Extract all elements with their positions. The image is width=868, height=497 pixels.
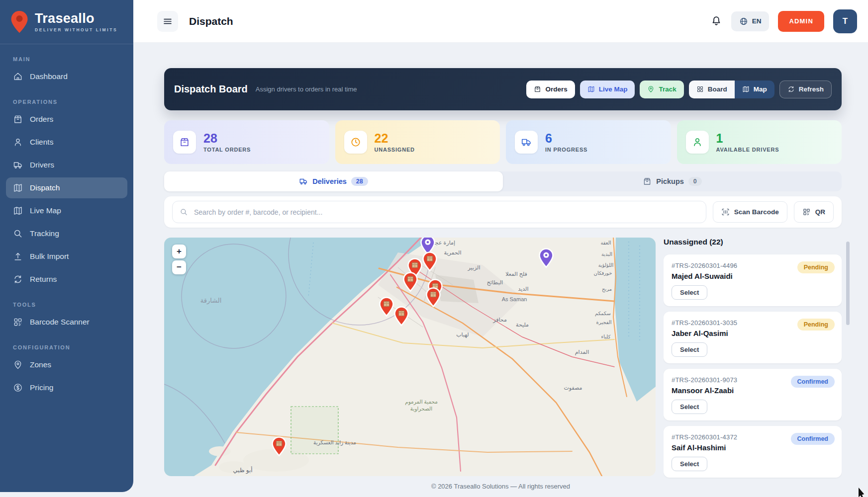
select-button[interactable]: Select [672,342,707,357]
live-map-button[interactable]: Live Map [580,81,635,98]
panel-scrollbar[interactable] [846,242,850,325]
pickups-count-badge: 0 [688,177,702,186]
sidebar-item-zones[interactable]: Zones [6,354,127,375]
map-icon [13,206,23,216]
search-input[interactable] [193,208,699,217]
stat-total-orders: 28 TOTAL ORDERS [164,120,329,164]
order-card[interactable]: #TRS-20260301-4496 Majed Al-Suwaidi Sele… [664,254,842,306]
sidebar-item-bulk-import[interactable]: Bulk Import [6,246,127,267]
sidebar-item-label: Orders [30,115,53,124]
sidebar-item-live-map[interactable]: Live Map [6,200,127,221]
order-card[interactable]: #TRS-20260301-3035 Jaber Al-Qasimi Selec… [664,312,842,363]
dollar-icon [13,383,23,393]
refresh-button-label: Refresh [799,85,824,93]
live-map-button-label: Live Map [599,85,628,93]
map-icon [742,85,750,93]
orders-button-label: Orders [545,85,567,93]
search-icon [180,208,188,216]
map-label: فلح المعلا [505,271,527,277]
unassigned-title: Unassigned (22) [664,238,842,247]
map-label: الحمرية [444,249,462,256]
map-icon [13,183,23,193]
package-icon [534,85,541,93]
menu-toggle-button[interactable] [157,11,178,32]
clock-icon [350,137,361,148]
stat-label: UNASSIGNED [375,147,415,153]
sidebar-item-barcode-scanner[interactable]: Barcode Scanner [6,312,127,332]
view-switcher: Board Map [689,81,774,98]
stat-label: AVAILABLE DRIVERS [716,147,779,153]
stat-available-drivers: 1 AVAILABLE DRIVERS [677,120,842,164]
admin-button[interactable]: ADMIN [778,11,824,32]
order-card[interactable]: #TRS-20260301-9073 Mansoor Al-Zaabi Sele… [664,369,842,420]
grid-icon [696,85,704,93]
map-label: كلباء [601,334,611,339]
map-label: محمية المرموم [405,399,438,405]
section-main: MAIN [13,56,120,62]
scan-barcode-label: Scan Barcode [734,208,779,216]
sidebar-item-pricing[interactable]: Pricing [6,377,127,398]
sidebar-item-dashboard[interactable]: Dashboard [6,66,127,87]
sidebar: Traseallo DELIVER WITHOUT LIMITS MAIN Da… [0,0,133,492]
notifications-bell-icon[interactable] [710,15,722,27]
board-view-button[interactable]: Board [689,81,735,98]
sidebar-item-clients[interactable]: Clients [6,132,127,153]
select-button[interactable]: Select [672,400,707,414]
top-header: Dispatch EN ADMIN T [133,0,868,43]
package-icon [179,137,190,148]
orders-button[interactable]: Orders [526,81,575,98]
hamburger-icon [162,16,173,27]
upload-icon [13,251,23,261]
map-label: البطائح [487,279,503,286]
track-button[interactable]: Track [640,81,683,98]
stat-value: 6 [545,132,587,145]
map-icon [587,85,595,93]
language-selector[interactable]: EN [731,11,770,31]
status-badge: Confirmed [791,433,835,445]
user-avatar[interactable]: T [833,9,857,33]
map-label: الفجيرة [596,320,611,325]
globe-icon [739,17,748,26]
board-title: Dispatch Board [174,83,248,95]
map-label: مدينة زايد العسكرية [313,439,356,446]
sidebar-item-label: Tracking [30,229,59,238]
select-button[interactable]: Select [672,285,707,300]
dispatch-map[interactable]: إمارة عجمان الحمرية الزبير فلح المعلا ال… [164,238,656,476]
board-view-label: Board [708,85,727,93]
sidebar-item-label: Returns [30,275,57,284]
map-label: المدام [575,349,589,355]
map-label: الشارقة [200,297,222,305]
user-icon [13,137,23,147]
location-pin-icon [13,360,23,370]
tab-deliveries[interactable]: Deliveries 28 [164,171,503,191]
map-label: الديد [518,286,528,292]
map-label: سكمكم [595,311,611,317]
search-field[interactable] [172,201,706,223]
qr-button[interactable]: QR [794,201,834,223]
scan-barcode-button[interactable]: Scan Barcode [713,201,787,223]
package-icon [643,177,652,186]
dispatch-page: { "app": { "name": "Traseallo", "tagline… [0,0,868,497]
map-label: الزبير [468,264,481,271]
sidebar-divider [0,44,133,44]
refresh-button[interactable]: Refresh [779,81,832,98]
section-tools: TOOLS [13,302,120,308]
map-label: لهباب [456,331,469,338]
sidebar-item-orders[interactable]: Orders [6,109,127,130]
truck-icon [521,137,532,148]
sidebar-item-dispatch[interactable]: Dispatch [6,177,127,198]
select-button[interactable]: Select [672,457,707,471]
tab-pickups[interactable]: Pickups 0 [503,171,842,191]
brand-tagline: DELIVER WITHOUT LIMITS [35,27,117,32]
sidebar-item-drivers[interactable]: Drivers [6,155,127,175]
logo-pin-icon [10,10,29,34]
map-zoom-out-button[interactable]: − [172,260,186,274]
sidebar-item-label: Clients [30,138,53,147]
map-view-button[interactable]: Map [735,81,774,98]
footer-copyright: © 2026 Traseallo Solutions — All rights … [133,483,868,490]
sidebar-item-returns[interactable]: Returns [6,269,127,290]
sidebar-item-tracking[interactable]: Tracking [6,223,127,244]
map-label: مليحة [516,322,529,328]
map-zoom-in-button[interactable]: + [172,245,186,258]
order-card[interactable]: #TRS-20260301-4372 Saif Al-Hashimi Selec… [664,426,842,478]
